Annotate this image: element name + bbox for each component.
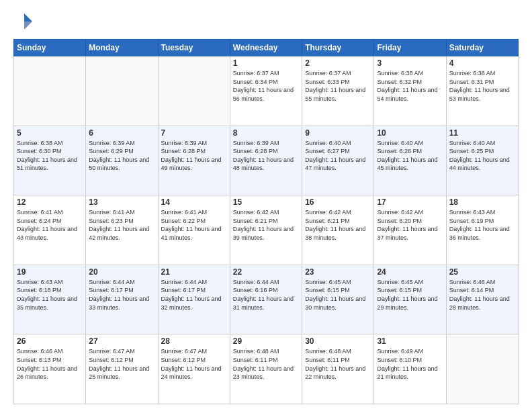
day-info: Sunrise: 6:40 AMSunset: 6:25 PMDaylight:… <box>449 139 515 173</box>
calendar-cell: 19Sunrise: 6:43 AMSunset: 6:18 PMDayligh… <box>14 265 86 334</box>
calendar-cell: 23Sunrise: 6:45 AMSunset: 6:15 PMDayligh… <box>302 265 374 334</box>
svg-marker-1 <box>24 21 32 30</box>
calendar-cell: 28Sunrise: 6:47 AMSunset: 6:12 PMDayligh… <box>158 334 230 404</box>
day-info: Sunrise: 6:43 AMSunset: 6:19 PMDaylight:… <box>449 208 515 242</box>
day-number: 29 <box>233 336 299 346</box>
day-number: 14 <box>161 197 227 207</box>
day-info: Sunrise: 6:37 AMSunset: 6:33 PMDaylight:… <box>305 69 371 103</box>
day-number: 3 <box>377 58 443 68</box>
weekday-header-sunday: Sunday <box>14 40 86 56</box>
day-info: Sunrise: 6:46 AMSunset: 6:13 PMDaylight:… <box>17 347 83 381</box>
calendar-cell: 2Sunrise: 6:37 AMSunset: 6:33 PMDaylight… <box>302 56 374 126</box>
logo-icon <box>13 11 35 32</box>
calendar-cell <box>86 56 158 126</box>
day-info: Sunrise: 6:37 AMSunset: 6:34 PMDaylight:… <box>233 69 299 103</box>
calendar-cell: 24Sunrise: 6:45 AMSunset: 6:15 PMDayligh… <box>374 265 446 334</box>
calendar-cell: 16Sunrise: 6:42 AMSunset: 6:21 PMDayligh… <box>302 195 374 265</box>
day-number: 9 <box>305 128 371 138</box>
weekday-header-wednesday: Wednesday <box>230 40 302 56</box>
header <box>13 11 519 32</box>
day-info: Sunrise: 6:42 AMSunset: 6:20 PMDaylight:… <box>377 208 443 242</box>
day-number: 22 <box>233 267 299 277</box>
weekday-header-row: SundayMondayTuesdayWednesdayThursdayFrid… <box>14 40 519 56</box>
calendar-cell: 27Sunrise: 6:47 AMSunset: 6:12 PMDayligh… <box>86 334 158 404</box>
day-number: 4 <box>449 58 515 68</box>
day-number: 25 <box>449 267 515 277</box>
calendar-cell: 20Sunrise: 6:44 AMSunset: 6:17 PMDayligh… <box>86 265 158 334</box>
day-info: Sunrise: 6:42 AMSunset: 6:21 PMDaylight:… <box>233 208 299 242</box>
day-info: Sunrise: 6:39 AMSunset: 6:29 PMDaylight:… <box>89 139 154 173</box>
calendar-table: SundayMondayTuesdayWednesdayThursdayFrid… <box>13 39 519 404</box>
day-info: Sunrise: 6:41 AMSunset: 6:24 PMDaylight:… <box>17 208 83 242</box>
day-info: Sunrise: 6:39 AMSunset: 6:28 PMDaylight:… <box>233 139 299 173</box>
day-number: 15 <box>233 197 299 207</box>
calendar-cell: 10Sunrise: 6:40 AMSunset: 6:26 PMDayligh… <box>374 126 446 195</box>
day-number: 20 <box>89 267 154 277</box>
day-info: Sunrise: 6:45 AMSunset: 6:15 PMDaylight:… <box>305 278 371 312</box>
day-info: Sunrise: 6:38 AMSunset: 6:31 PMDaylight:… <box>449 69 515 103</box>
week-row-5: 26Sunrise: 6:46 AMSunset: 6:13 PMDayligh… <box>14 334 519 404</box>
weekday-header-thursday: Thursday <box>302 40 374 56</box>
day-number: 19 <box>17 267 83 277</box>
week-row-3: 12Sunrise: 6:41 AMSunset: 6:24 PMDayligh… <box>14 195 519 265</box>
calendar-cell: 17Sunrise: 6:42 AMSunset: 6:20 PMDayligh… <box>374 195 446 265</box>
day-info: Sunrise: 6:49 AMSunset: 6:10 PMDaylight:… <box>377 347 443 381</box>
day-number: 10 <box>377 128 443 138</box>
day-info: Sunrise: 6:48 AMSunset: 6:11 PMDaylight:… <box>305 347 371 381</box>
day-info: Sunrise: 6:44 AMSunset: 6:17 PMDaylight:… <box>161 278 227 312</box>
day-info: Sunrise: 6:47 AMSunset: 6:12 PMDaylight:… <box>89 347 154 381</box>
calendar-cell: 5Sunrise: 6:38 AMSunset: 6:30 PMDaylight… <box>14 126 86 195</box>
calendar-cell: 30Sunrise: 6:48 AMSunset: 6:11 PMDayligh… <box>302 334 374 404</box>
day-info: Sunrise: 6:44 AMSunset: 6:16 PMDaylight:… <box>233 278 299 312</box>
calendar-cell: 3Sunrise: 6:38 AMSunset: 6:32 PMDaylight… <box>374 56 446 126</box>
day-info: Sunrise: 6:40 AMSunset: 6:27 PMDaylight:… <box>305 139 371 173</box>
day-info: Sunrise: 6:48 AMSunset: 6:11 PMDaylight:… <box>233 347 299 381</box>
day-number: 23 <box>305 267 371 277</box>
day-number: 27 <box>89 336 154 346</box>
calendar-cell <box>14 56 86 126</box>
calendar-cell: 25Sunrise: 6:46 AMSunset: 6:14 PMDayligh… <box>446 265 518 334</box>
calendar-cell: 7Sunrise: 6:39 AMSunset: 6:28 PMDaylight… <box>158 126 230 195</box>
day-info: Sunrise: 6:43 AMSunset: 6:18 PMDaylight:… <box>17 278 83 312</box>
calendar-cell: 15Sunrise: 6:42 AMSunset: 6:21 PMDayligh… <box>230 195 302 265</box>
day-number: 17 <box>377 197 443 207</box>
calendar-cell: 4Sunrise: 6:38 AMSunset: 6:31 PMDaylight… <box>446 56 518 126</box>
calendar-cell: 26Sunrise: 6:46 AMSunset: 6:13 PMDayligh… <box>14 334 86 404</box>
day-info: Sunrise: 6:41 AMSunset: 6:23 PMDaylight:… <box>89 208 154 242</box>
week-row-4: 19Sunrise: 6:43 AMSunset: 6:18 PMDayligh… <box>14 265 519 334</box>
day-number: 8 <box>233 128 299 138</box>
calendar-cell: 14Sunrise: 6:41 AMSunset: 6:22 PMDayligh… <box>158 195 230 265</box>
calendar-cell <box>446 334 518 404</box>
day-number: 31 <box>377 336 443 346</box>
week-row-1: 1Sunrise: 6:37 AMSunset: 6:34 PMDaylight… <box>14 56 519 126</box>
svg-marker-0 <box>24 13 32 21</box>
day-number: 12 <box>17 197 83 207</box>
day-info: Sunrise: 6:38 AMSunset: 6:30 PMDaylight:… <box>17 139 83 173</box>
week-row-2: 5Sunrise: 6:38 AMSunset: 6:30 PMDaylight… <box>14 126 519 195</box>
day-number: 28 <box>161 336 227 346</box>
day-info: Sunrise: 6:46 AMSunset: 6:14 PMDaylight:… <box>449 278 515 312</box>
page: SundayMondayTuesdayWednesdayThursdayFrid… <box>0 0 532 411</box>
day-info: Sunrise: 6:38 AMSunset: 6:32 PMDaylight:… <box>377 69 443 103</box>
weekday-header-monday: Monday <box>86 40 158 56</box>
calendar-cell: 11Sunrise: 6:40 AMSunset: 6:25 PMDayligh… <box>446 126 518 195</box>
day-info: Sunrise: 6:44 AMSunset: 6:17 PMDaylight:… <box>89 278 154 312</box>
calendar-cell: 12Sunrise: 6:41 AMSunset: 6:24 PMDayligh… <box>14 195 86 265</box>
day-number: 16 <box>305 197 371 207</box>
day-info: Sunrise: 6:42 AMSunset: 6:21 PMDaylight:… <box>305 208 371 242</box>
calendar-cell: 31Sunrise: 6:49 AMSunset: 6:10 PMDayligh… <box>374 334 446 404</box>
calendar-cell: 13Sunrise: 6:41 AMSunset: 6:23 PMDayligh… <box>86 195 158 265</box>
day-number: 18 <box>449 197 515 207</box>
calendar-cell: 6Sunrise: 6:39 AMSunset: 6:29 PMDaylight… <box>86 126 158 195</box>
day-info: Sunrise: 6:47 AMSunset: 6:12 PMDaylight:… <box>161 347 227 381</box>
calendar-cell <box>158 56 230 126</box>
calendar-cell: 18Sunrise: 6:43 AMSunset: 6:19 PMDayligh… <box>446 195 518 265</box>
weekday-header-tuesday: Tuesday <box>158 40 230 56</box>
day-number: 7 <box>161 128 227 138</box>
day-number: 30 <box>305 336 371 346</box>
calendar-cell: 21Sunrise: 6:44 AMSunset: 6:17 PMDayligh… <box>158 265 230 334</box>
calendar-cell: 9Sunrise: 6:40 AMSunset: 6:27 PMDaylight… <box>302 126 374 195</box>
calendar-cell: 22Sunrise: 6:44 AMSunset: 6:16 PMDayligh… <box>230 265 302 334</box>
logo <box>13 11 38 32</box>
day-number: 5 <box>17 128 83 138</box>
